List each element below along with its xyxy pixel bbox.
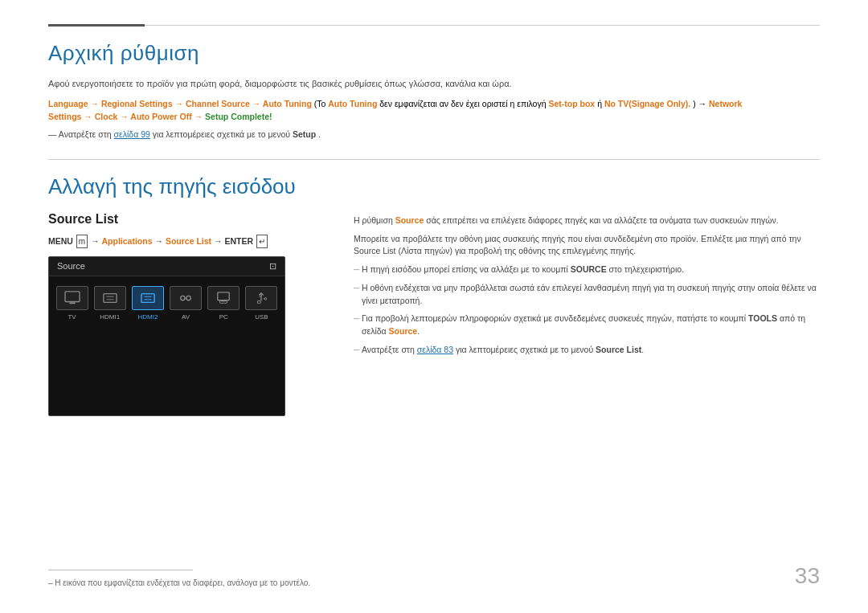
hdmi1-icon-box	[94, 286, 126, 310]
source-icon-av: AV	[170, 286, 203, 321]
menu-path: MENU m → Applications → Source List → EN…	[48, 235, 321, 248]
note-dash: — Ανατρέξτε στη	[48, 129, 114, 139]
tools-bold: TOOLS	[748, 313, 777, 323]
right-note-3: Για προβολή λεπτομερών πληροφοριών σχετι…	[354, 313, 820, 338]
source-header-icon: ⊡	[269, 261, 276, 272]
svg-rect-1	[69, 302, 75, 304]
note-text-mid: για λεπτομέρειες σχετικά με το μενού	[153, 129, 293, 139]
hdmi1-icon	[101, 291, 119, 305]
menu-enter: ENTER	[224, 236, 256, 246]
svg-rect-15	[258, 300, 261, 303]
source-link-inline: Source	[389, 326, 418, 336]
right-intro1: Η ρύθμιση Source σάς επιτρέπει να επιλέγ…	[354, 215, 820, 227]
tv-label: TV	[68, 313, 76, 321]
top-decorative-lines	[48, 0, 820, 27]
hdmi2-label: HDMI2	[137, 313, 158, 321]
nav-step-network: ) →	[693, 99, 709, 108]
source-icon-pc: PC	[207, 286, 240, 321]
menu-path-text: →	[91, 236, 101, 246]
source-icon-tv: TV	[55, 286, 88, 321]
svg-point-10	[186, 296, 190, 300]
intro-text: Αφού ενεργοποιήσετε το προϊόν για πρώτη …	[48, 77, 820, 91]
nav-step-settop: Set-top box	[548, 99, 595, 108]
right-note-1: Η πηγή εισόδου μπορεί επίσης να αλλάξει …	[354, 264, 820, 276]
hdmi1-label: HDMI1	[100, 313, 120, 321]
source-icon-hdmi1: HDMI1	[93, 286, 126, 321]
svg-rect-0	[65, 292, 80, 302]
usb-icon-box	[245, 286, 277, 310]
source-list-bold: Source List	[596, 345, 641, 354]
nav-step-text1: δεν εμφανίζεται αν δεν έχει οριστεί η επ…	[379, 99, 548, 108]
source-icons-row: TV HDMI1	[49, 276, 285, 327]
section-divider	[48, 159, 820, 160]
nav-step-arrow: →	[194, 112, 205, 121]
menu-arrow1: →	[154, 236, 165, 246]
nav-step-auto-tuning: Auto Tuning	[328, 99, 377, 108]
pc-icon-box	[207, 286, 240, 310]
source-bold-inline: SOURCE	[571, 264, 607, 274]
hdmi2-icon-box-selected	[132, 286, 164, 310]
right-note-4: Ανατρέξτε στη σελίδα 83 για λεπτομέρειες…	[354, 344, 820, 357]
tv-icon	[63, 291, 81, 305]
av-icon	[177, 291, 194, 305]
menu-applications: Applications	[102, 236, 153, 246]
usb-icon	[252, 291, 270, 305]
menu-label: MENU	[48, 236, 76, 246]
nav-steps: Language → Regional Settings → Channel S…	[48, 97, 820, 125]
right-note-2: Η οθόνη ενδέχεται να μην προβάλλεται σωσ…	[354, 282, 820, 308]
svg-rect-12	[218, 292, 229, 300]
note-link[interactable]: σελίδα 99	[114, 129, 150, 139]
source-header-title: Source	[57, 261, 85, 271]
source-icon-usb: USB	[245, 286, 278, 321]
nav-step-notv: No TV(Signage Only).	[604, 99, 690, 108]
bottom-divider	[48, 570, 193, 570]
menu-icon-symbol: m	[76, 235, 88, 248]
svg-point-9	[181, 296, 185, 300]
right-intro2: Μπορείτε να προβάλετε την οθόνη μιας συσ…	[354, 233, 820, 259]
pc-label: PC	[219, 313, 228, 321]
note-setup-bold: Setup	[293, 129, 316, 139]
nav-step-auto-power-off: Auto Power Off	[130, 112, 191, 121]
menu-source-list: Source List	[166, 236, 211, 246]
section-initial-setup: Αρχική ρύθμιση Αφού ενεργοποιήσετε το πρ…	[48, 41, 820, 141]
section2-right: Η ρύθμιση Source σάς επιτρέπει να επιλέγ…	[354, 174, 820, 416]
note-period: .	[318, 129, 321, 139]
pc-icon	[215, 291, 232, 305]
nav-step-network-label: Network	[709, 99, 742, 108]
subsection-title: Source List	[48, 212, 321, 227]
nav-step-bracket-open: (Το	[314, 99, 329, 108]
page-number: 33	[795, 563, 820, 589]
svg-rect-3	[104, 293, 117, 302]
nav-step-or: ή	[597, 99, 604, 108]
nav-step-language: Language → Regional Settings → Channel S…	[48, 99, 312, 108]
av-icon-box	[170, 286, 202, 310]
top-line-dark	[48, 24, 145, 27]
svg-rect-14	[220, 300, 227, 303]
bottom-section: – Η εικόνα που εμφανίζεται ενδέχεται να …	[48, 570, 820, 589]
svg-rect-6	[141, 293, 154, 302]
av-label: AV	[182, 313, 190, 321]
hdmi2-icon	[139, 291, 157, 305]
top-line-light	[145, 25, 820, 26]
source-icon-hdmi2: HDMI2	[131, 286, 164, 321]
section2-left: Αλλαγή της πηγής εισόδου Source List MEN…	[48, 174, 321, 416]
menu-arrow2: →	[214, 236, 224, 246]
source-body	[49, 327, 285, 415]
section-source-input: Αλλαγή της πηγής εισόδου Source List MEN…	[48, 174, 820, 416]
nav-step-settings: Settings → Clock →	[48, 112, 130, 121]
enter-icon-symbol: ↵	[256, 235, 268, 248]
source-bold: Source	[395, 215, 424, 225]
page-container: Αρχική ρύθμιση Αφού ενεργοποιήσετε το πρ…	[0, 0, 868, 613]
source-box: Source ⊡ TV	[48, 256, 285, 416]
source-header: Source ⊡	[49, 257, 285, 276]
page83-link[interactable]: σελίδα 83	[417, 345, 453, 354]
section1-note: — Ανατρέξτε στη σελίδα 99 για λεπτομέρει…	[48, 129, 820, 141]
bottom-note: – Η εικόνα που εμφανίζεται ενδέχεται να …	[48, 577, 820, 589]
usb-label: USB	[255, 313, 268, 321]
section2-title: Αλλαγή της πηγής εισόδου	[48, 174, 321, 199]
tv-icon-box	[56, 286, 88, 310]
nav-step-setup-complete: Setup Complete!	[205, 112, 272, 121]
section1-title: Αρχική ρύθμιση	[48, 41, 820, 66]
